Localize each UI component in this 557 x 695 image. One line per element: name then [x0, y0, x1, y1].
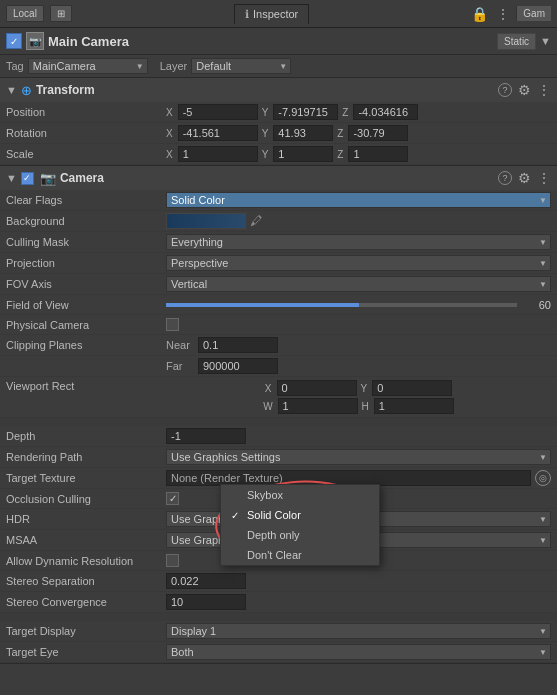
near-input[interactable] [198, 337, 278, 353]
lock-icon[interactable]: 🔒 [471, 6, 488, 22]
stereo-separation-input[interactable] [166, 573, 246, 589]
pos-z-input[interactable] [353, 104, 418, 120]
rendering-path-dropdown[interactable]: Use Graphics Settings [166, 449, 551, 465]
clear-flags-row: Clear Flags Solid Color [0, 190, 557, 211]
static-button[interactable]: Static [497, 33, 536, 50]
tag-layer-row: Tag MainCamera Layer Default [0, 55, 557, 78]
scale-row: Scale X Y Z [0, 144, 557, 165]
camera-icon: 📷 [40, 171, 56, 186]
projection-dropdown[interactable]: Perspective [166, 255, 551, 271]
stereo-separation-row: Stereo Separation [0, 571, 557, 592]
vp-x-input[interactable] [277, 380, 357, 396]
rot-z-input[interactable] [348, 125, 408, 141]
allow-dynamic-checkbox[interactable] [166, 554, 179, 567]
info-icon: ℹ [245, 8, 249, 21]
culling-mask-dropdown[interactable]: Everything [166, 234, 551, 250]
scale-z-input[interactable] [348, 146, 408, 162]
transform-props: Position X Y Z Rotation X Y Z [0, 102, 557, 165]
camera-settings-icon[interactable]: ⚙ [518, 170, 531, 186]
color-picker-icon[interactable]: 🖍 [250, 214, 262, 228]
depth-row: Depth [0, 426, 557, 447]
clear-flags-popup: Skybox ✓ Solid Color Depth only Don't Cl… [220, 484, 380, 566]
camera-component: ▼ 📷 Camera ? ⚙ ⋮ Clear Flags Solid Color [0, 166, 557, 664]
depth-input[interactable] [166, 428, 246, 444]
top-bar: Local ⊞ ℹ Inspector 🔒 ⋮ Gam [0, 0, 557, 28]
camera-collapse-icon: ▼ [6, 172, 17, 184]
physical-camera-checkbox[interactable] [166, 318, 179, 331]
tag-dropdown[interactable]: MainCamera [28, 58, 148, 74]
target-display-dropdown[interactable]: Display 1 [166, 623, 551, 639]
transform-header[interactable]: ▼ ⊕ Transform ? ⚙ ⋮ [0, 78, 557, 102]
popup-item-solid-color[interactable]: ✓ Solid Color [221, 505, 379, 525]
clipping-near-row: Clipping Planes Near [0, 335, 557, 356]
transform-menu-icon[interactable]: ⋮ [537, 82, 551, 98]
object-icon: 📷 [26, 32, 44, 50]
vp-h-input[interactable] [374, 398, 454, 414]
camera-header[interactable]: ▼ 📷 Camera ? ⚙ ⋮ [0, 166, 557, 190]
camera-enabled-checkbox[interactable] [21, 172, 34, 185]
fov-row: Field of View 60 [0, 295, 557, 315]
target-eye-row: Target Eye Both [0, 642, 557, 663]
rendering-path-row: Rendering Path Use Graphics Settings [0, 447, 557, 468]
object-enabled-checkbox[interactable]: ✓ [6, 33, 22, 49]
fov-axis-row: FOV Axis Vertical [0, 274, 557, 295]
popup-item-depth-only[interactable]: Depth only [221, 525, 379, 545]
inspector-tab-label: Inspector [253, 8, 298, 20]
physical-camera-row: Physical Camera [0, 315, 557, 335]
target-eye-dropdown[interactable]: Both [166, 644, 551, 660]
target-display-row: Target Display Display 1 [0, 621, 557, 642]
pos-y-input[interactable] [273, 104, 338, 120]
stereo-convergence-input[interactable] [166, 594, 246, 610]
viewport-rect-row: Viewport Rect X Y W H [0, 377, 557, 418]
rotation-row: Rotation X Y Z [0, 123, 557, 144]
camera-props: Clear Flags Solid Color Background 🖍 [0, 190, 557, 663]
rot-x-input[interactable] [178, 125, 258, 141]
scale-x-input[interactable] [178, 146, 258, 162]
far-input[interactable] [198, 358, 278, 374]
inspector-panel: ✓ 📷 Main Camera Static ▼ Tag MainCamera … [0, 28, 557, 695]
game-tab[interactable]: Gam [516, 6, 551, 21]
scale-y-input[interactable] [273, 146, 333, 162]
clear-flags-dropdown[interactable]: Solid Color [166, 192, 551, 208]
background-row: Background 🖍 [0, 211, 557, 232]
popup-item-dont-clear[interactable]: Don't Clear [221, 545, 379, 565]
stereo-convergence-row: Stereo Convergence [0, 592, 557, 613]
projection-row: Projection Perspective [0, 253, 557, 274]
local-global-toggle[interactable]: Local [6, 5, 44, 22]
transform-settings-icon[interactable]: ⚙ [518, 82, 531, 98]
transform-component: ▼ ⊕ Transform ? ⚙ ⋮ Position X Y Z [0, 78, 557, 166]
menu-icon[interactable]: ⋮ [496, 6, 510, 22]
transform-help-icon[interactable]: ? [498, 83, 512, 97]
transform-icon: ⊕ [21, 83, 32, 98]
clipping-far-row: Far [0, 356, 557, 377]
rot-y-input[interactable] [273, 125, 333, 141]
fov-axis-dropdown[interactable]: Vertical [166, 276, 551, 292]
popup-item-skybox[interactable]: Skybox [221, 485, 379, 505]
camera-help-icon[interactable]: ? [498, 171, 512, 185]
pos-x-input[interactable] [178, 104, 258, 120]
object-name[interactable]: Main Camera [48, 34, 493, 49]
fov-slider[interactable] [166, 303, 517, 307]
object-header: ✓ 📷 Main Camera Static ▼ [0, 28, 557, 55]
inspector-tab[interactable]: ℹ Inspector [234, 4, 309, 24]
position-row: Position X Y Z [0, 102, 557, 123]
culling-mask-row: Culling Mask Everything [0, 232, 557, 253]
transform-collapse-icon: ▼ [6, 84, 17, 96]
grid-icon[interactable]: ⊞ [50, 5, 72, 22]
occlusion-culling-checkbox[interactable] [166, 492, 179, 505]
target-texture-picker-icon[interactable]: ◎ [535, 470, 551, 486]
camera-menu-icon[interactable]: ⋮ [537, 170, 551, 186]
vp-w-input[interactable] [278, 398, 358, 414]
vp-y-input[interactable] [372, 380, 452, 396]
layer-dropdown[interactable]: Default [191, 58, 291, 74]
background-color-swatch[interactable] [166, 213, 246, 229]
static-dropdown-arrow[interactable]: ▼ [540, 35, 551, 47]
